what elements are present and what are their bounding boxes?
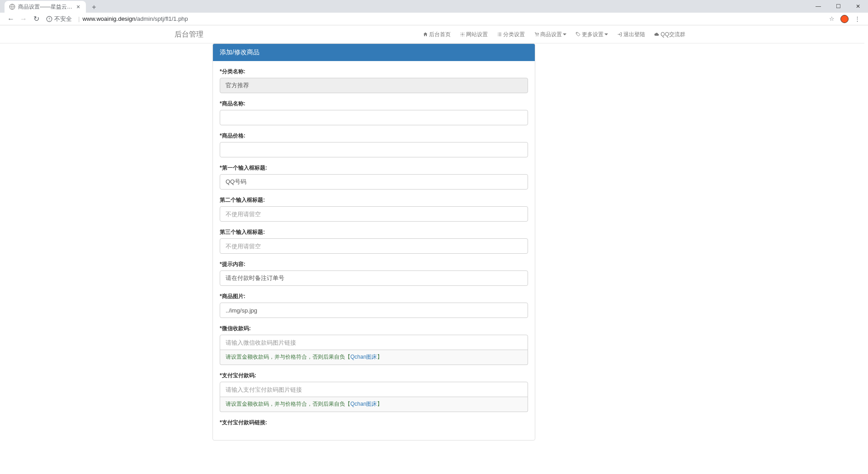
name-label: *商品名称: [220, 100, 528, 108]
nav-qq-group[interactable]: QQ交流群 [650, 25, 690, 43]
alipay-label: *支付宝付款码: [220, 372, 528, 379]
svg-point-7 [577, 33, 578, 34]
input3-input[interactable] [220, 238, 528, 254]
url-text: www.woainig.design/admin/sptj/fl1/1.php [82, 15, 188, 22]
address-bar[interactable]: 不安全 | www.woainig.design/admin/sptj/fl1/… [46, 14, 822, 24]
tip-label: *提示内容: [220, 261, 528, 268]
input1-input[interactable] [220, 174, 528, 190]
field-image: *商品图片: [220, 293, 528, 318]
qchan-link[interactable]: Qchan图床 [350, 401, 377, 407]
wechat-label: *微信收款码: [220, 325, 528, 332]
new-tab-button[interactable]: + [88, 2, 100, 13]
field-input1-title: *第一个输入框标题: [220, 164, 528, 190]
page-content: 后台管理 后台首页 网站设置 分类设置 商品设置 更多设置 退出登陆 QQ交流群… [0, 25, 868, 474]
wechat-input[interactable] [220, 335, 528, 350]
cart-icon [534, 32, 539, 37]
alipay-input[interactable] [220, 382, 528, 397]
input1-label: *第一个输入框标题: [220, 164, 528, 172]
browser-tab[interactable]: 商品设置——星益云商城系统 × [5, 1, 86, 13]
browser-menu-button[interactable]: ⋮ [851, 13, 863, 25]
security-indicator[interactable]: 不安全 [46, 15, 72, 23]
home-icon [423, 32, 428, 37]
alipay-help: 请设置金额收款码，并与价格符合，否则后果自负【Qchan图床】 [220, 397, 528, 412]
field-wechat: *微信收款码: 请设置金额收款码，并与价格符合，否则后果自负【Qchan图床】 [220, 325, 528, 365]
extension-button[interactable] [838, 13, 851, 25]
field-input2-title: 第二个输入框标题: [220, 196, 528, 222]
navbar-brand: 后台管理 [175, 30, 203, 39]
minimize-button[interactable]: — [808, 0, 828, 13]
input2-input[interactable] [220, 206, 528, 222]
nav-site-settings[interactable]: 网站设置 [455, 25, 492, 43]
form-panel: 添加/修改商品 *分类名称: *商品名称: *商品价格: [212, 43, 535, 441]
image-label: *商品图片: [220, 293, 528, 300]
field-product-name: *商品名称: [220, 100, 528, 125]
field-product-price: *商品价格: [220, 132, 528, 157]
navbar: 后台管理 后台首页 网站设置 分类设置 商品设置 更多设置 退出登陆 QQ交流群 [0, 25, 864, 43]
alipay-link-label: *支付宝付款码链接: [220, 419, 528, 427]
input3-label: 第三个输入框标题: [220, 228, 528, 236]
panel-title: 添加/修改商品 [213, 44, 535, 61]
nav-category-settings[interactable]: 分类设置 [492, 25, 529, 43]
nav-product-settings[interactable]: 商品设置 [529, 25, 571, 43]
gear-icon [460, 32, 465, 37]
list-icon [497, 32, 502, 37]
svg-point-6 [538, 36, 539, 37]
qchan-link[interactable]: Qchan图床 [350, 354, 377, 360]
image-input[interactable] [220, 303, 528, 318]
field-alipay: *支付宝付款码: 请设置金额收款码，并与价格符合，否则后果自负【Qchan图床】 [220, 372, 528, 412]
svg-point-3 [49, 20, 49, 20]
bookmark-button[interactable]: ☆ [826, 13, 838, 25]
price-input[interactable] [220, 142, 528, 157]
nav-more-settings[interactable]: 更多设置 [571, 25, 613, 43]
browser-tabstrip: 商品设置——星益云商城系统 × + — ☐ ✕ [0, 0, 868, 13]
wechat-help: 请设置金额收款码，并与价格符合，否则后果自负【Qchan图床】 [220, 350, 528, 365]
logout-icon [617, 32, 623, 37]
field-category: *分类名称: [220, 68, 528, 93]
cloud-icon [654, 32, 660, 37]
price-label: *商品价格: [220, 132, 528, 140]
field-input3-title: 第三个输入框标题: [220, 228, 528, 254]
tab-close-icon[interactable]: × [75, 4, 81, 10]
svg-point-5 [536, 36, 537, 37]
tab-favicon [9, 4, 15, 10]
tab-title: 商品设置——星益云商城系统 [18, 3, 75, 11]
tip-input[interactable] [220, 270, 528, 286]
name-input[interactable] [220, 110, 528, 125]
maximize-button[interactable]: ☐ [828, 0, 848, 13]
back-button[interactable]: ← [5, 13, 17, 25]
forward-button[interactable]: → [17, 13, 30, 25]
field-tip: *提示内容: [220, 261, 528, 286]
close-window-button[interactable]: ✕ [848, 0, 868, 13]
category-label: *分类名称: [220, 68, 528, 76]
browser-toolbar: ← → ↻ 不安全 | www.woainig.design/admin/spt… [0, 13, 868, 25]
nav-logout[interactable]: 退出登陆 [613, 25, 650, 43]
caret-down-icon [563, 33, 566, 35]
window-controls: — ☐ ✕ [808, 0, 868, 13]
category-input [220, 78, 528, 93]
nav-home[interactable]: 后台首页 [418, 25, 455, 43]
reload-button[interactable]: ↻ [30, 13, 42, 25]
svg-point-4 [462, 34, 463, 35]
tags-icon [576, 32, 581, 37]
caret-down-icon [604, 33, 608, 35]
field-alipay-link: *支付宝付款码链接: [220, 419, 528, 427]
input2-label: 第二个输入框标题: [220, 196, 528, 204]
